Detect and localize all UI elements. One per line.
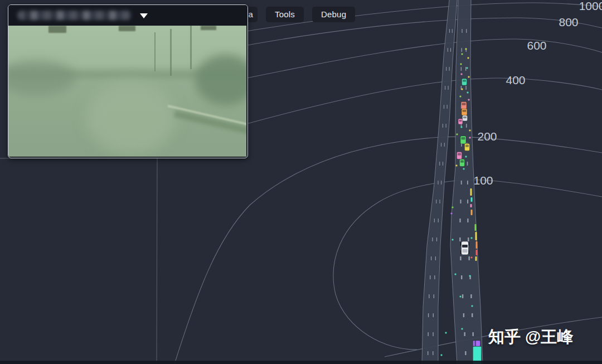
detection-dot[interactable] [468,99,470,101]
lane-dash [462,29,462,33]
detection-dot[interactable] [452,207,454,208]
detection-dot[interactable] [472,305,473,307]
lane-dash [460,200,462,203]
lane-dash [448,48,448,52]
detection-dot[interactable] [467,92,469,94]
lane-dash [459,237,460,241]
lane-dash [460,256,461,260]
camera-panel-header[interactable] [8,5,247,26]
lane-dash [473,332,474,336]
road-surface [422,0,457,364]
lane-dash [466,124,467,128]
boundary-detection-strip [476,250,478,255]
lane-dash [433,332,433,336]
lane-dash [431,256,431,260]
detection-dot[interactable] [469,275,471,277]
detection-dot[interactable] [445,332,447,334]
range-label: 200 [477,130,497,143]
detection-dot[interactable] [460,64,462,65]
boundary-detection-strip [475,256,477,261]
lane-dash [462,294,463,298]
detected-vehicle[interactable] [460,159,465,167]
lane-dash [447,105,448,109]
lane-dash [464,332,465,336]
detection-dot[interactable] [460,96,462,98]
detection-dot[interactable] [462,54,463,55]
detection-dot[interactable] [468,57,469,59]
boundary-detection-strip [476,241,478,249]
lane-dash [450,48,451,52]
lane-dash [472,313,473,317]
detected-vehicle[interactable] [463,115,468,121]
range-label: 600 [527,39,546,52]
lane-dash [463,313,464,317]
detected-vehicle[interactable] [465,144,470,151]
detection-dot[interactable] [451,213,453,215]
detection-dot[interactable] [465,48,467,50]
camera-feed-panel[interactable] [8,4,248,158]
boundary-detection-strip [475,232,477,240]
light-pole [154,32,156,71]
lane-dash [461,181,462,185]
detection-dot[interactable] [469,130,471,132]
detection-dot[interactable] [455,274,457,275]
detection-dot[interactable] [462,89,463,90]
detection-dot[interactable] [462,328,463,330]
lane-dash [445,86,445,90]
detection-dot[interactable] [465,156,467,158]
detected-vehicle[interactable] [462,109,467,115]
detection-dot[interactable] [456,165,458,167]
detection-dot[interactable] [469,137,471,139]
lane-dash [428,332,429,336]
boundary-detection-strip [471,197,473,202]
lane-dash [467,181,468,185]
lane-dash [467,219,468,222]
lane-dash [469,256,470,260]
lane-dash [462,48,462,52]
range-ring [201,78,602,137]
detection-dot[interactable] [461,74,463,75]
detection-dot[interactable] [441,355,443,356]
range-label: 800 [559,16,578,28]
lane-dash [465,86,466,90]
lane-dash [444,143,445,147]
overhead-sign [119,26,135,31]
tab-debug[interactable]: Debug [312,7,355,22]
lane-dash [452,29,453,33]
road-haze [86,81,176,154]
detected-vehicle[interactable] [461,102,467,109]
detection-dot[interactable] [471,257,473,259]
detection-dot[interactable] [452,239,454,241]
range-label: 1000 [579,0,602,12]
lane-dash [470,294,472,298]
detection-dot[interactable] [461,127,463,128]
lane-dash [446,67,446,71]
lane-dash [443,162,443,166]
detection-dot[interactable] [471,237,473,239]
lane-dash [435,256,436,260]
lane-dash [466,29,467,33]
roadside-trees-left [8,60,75,95]
ego-vehicle[interactable] [460,241,469,255]
detection-dot[interactable] [460,296,462,298]
detection-dot[interactable] [457,134,458,135]
grid-line-vertical [157,158,157,364]
tab-tools[interactable]: Tools [266,7,304,22]
detected-vehicle[interactable] [458,119,463,124]
lane-dash [434,294,434,298]
light-pole [170,29,172,76]
lane-dash [428,313,429,317]
lane-dash [467,200,468,203]
boundary-detection-strip [470,188,472,196]
detected-vehicle[interactable] [460,136,466,144]
lane-dash [465,351,466,355]
detected-vehicle[interactable] [457,152,462,159]
detection-dot[interactable] [463,168,465,170]
lane-dash [465,67,466,71]
lane-dash [449,67,450,71]
chevron-down-icon[interactable] [140,13,148,18]
lane-dash [446,124,446,128]
detection-dot[interactable] [467,67,468,69]
detected-vehicle[interactable] [462,79,467,85]
detection-dot[interactable] [468,76,470,78]
